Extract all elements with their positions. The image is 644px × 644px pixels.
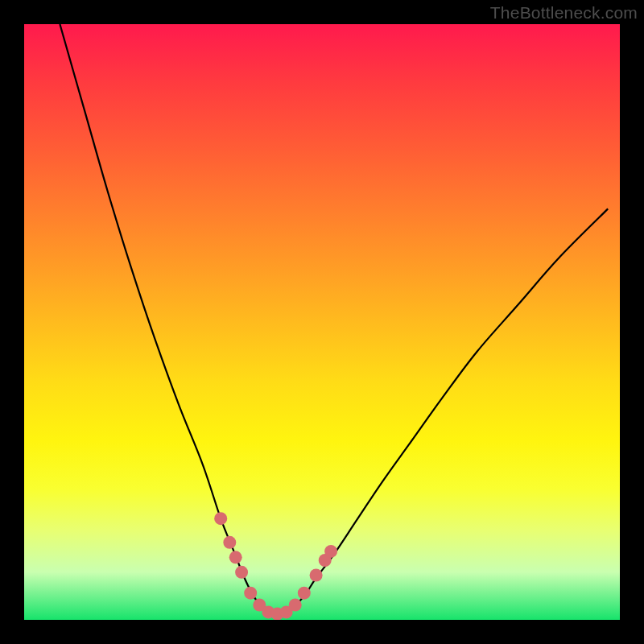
curve-svg [24,24,620,620]
curve-marker [244,587,257,600]
curve-marker [310,569,323,582]
bottleneck-curve [60,24,608,615]
chart-frame: TheBottleneck.com [0,0,644,644]
curve-marker [214,512,227,525]
curve-marker [229,551,242,564]
marker-group [214,512,337,620]
plot-area [24,24,620,620]
curve-marker [298,587,311,600]
curve-marker [235,566,248,579]
curve-marker [289,599,302,612]
attribution-text: TheBottleneck.com [490,3,638,23]
curve-marker [324,545,337,558]
curve-marker [223,536,236,549]
